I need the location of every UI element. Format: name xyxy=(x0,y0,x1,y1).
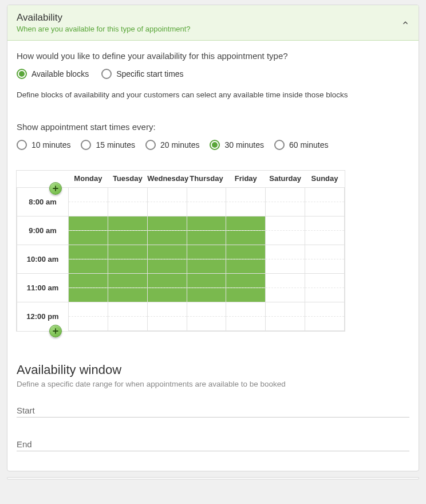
calendar-slot[interactable] xyxy=(305,274,345,288)
calendar-slot[interactable] xyxy=(305,202,345,216)
interval-option[interactable]: 15 minutes xyxy=(81,140,135,150)
calendar-slot[interactable] xyxy=(226,202,266,216)
calendar-slot[interactable] xyxy=(187,274,226,288)
calendar-slot[interactable] xyxy=(187,245,226,259)
calendar-slot[interactable] xyxy=(108,216,147,231)
calendar-slot[interactable] xyxy=(147,245,187,259)
calendar-slot[interactable] xyxy=(187,188,226,202)
calendar-slot[interactable] xyxy=(69,274,108,288)
calendar-slot[interactable] xyxy=(69,259,108,274)
interval-option[interactable]: 10 minutes xyxy=(17,140,70,150)
calendar-slot[interactable] xyxy=(69,216,108,231)
availability-window-subtitle: Define a specific date range for when ap… xyxy=(17,380,409,388)
define-availability-option[interactable]: Specific start times xyxy=(101,69,183,79)
calendar-slot[interactable] xyxy=(305,245,345,259)
calendar-slot[interactable] xyxy=(266,245,305,259)
availability-header[interactable]: Availability When are you available for … xyxy=(7,5,419,41)
calendar-slot[interactable] xyxy=(226,288,266,302)
time-row-label: 10:00 am xyxy=(17,245,69,274)
calendar-slot[interactable] xyxy=(108,317,147,331)
calendar-slot[interactable] xyxy=(108,245,147,259)
end-date-label: End xyxy=(17,439,409,451)
calendar-slot[interactable] xyxy=(305,288,345,302)
interval-option[interactable]: 20 minutes xyxy=(145,140,199,150)
calendar-slot[interactable] xyxy=(226,231,266,245)
end-date-underline xyxy=(17,451,409,451)
radio-label: Specific start times xyxy=(116,69,183,78)
calendar-slot[interactable] xyxy=(147,274,187,288)
calendar-slot[interactable] xyxy=(226,259,266,274)
start-date-field[interactable]: Start xyxy=(17,405,409,418)
calendar: MondayTuesdayWednesdayThursdayFridaySatu… xyxy=(17,171,345,331)
calendar-slot[interactable] xyxy=(147,288,187,302)
panel-subtitle: When are you available for this type of … xyxy=(17,25,191,33)
define-availability-option[interactable]: Available blocks xyxy=(17,69,89,79)
calendar-slot[interactable] xyxy=(266,302,305,317)
calendar-slot[interactable] xyxy=(69,317,108,331)
calendar-slot[interactable] xyxy=(187,259,226,274)
calendar-slot[interactable] xyxy=(305,231,345,245)
calendar-slot[interactable] xyxy=(108,302,147,317)
calendar-slot[interactable] xyxy=(266,216,305,231)
calendar-slot[interactable] xyxy=(266,288,305,302)
add-time-before-button[interactable] xyxy=(49,182,62,195)
calendar-slot[interactable] xyxy=(266,202,305,216)
interval-option[interactable]: 60 minutes xyxy=(274,140,328,150)
availability-card: Availability When are you available for … xyxy=(7,5,419,471)
add-time-after-button[interactable] xyxy=(49,325,62,337)
availability-header-text: Availability When are you available for … xyxy=(17,12,191,33)
calendar-slot[interactable] xyxy=(226,274,266,288)
calendar-slot[interactable] xyxy=(147,231,187,245)
time-row-label: 11:00 am xyxy=(17,274,69,302)
calendar-slot[interactable] xyxy=(69,231,108,245)
calendar-slot[interactable] xyxy=(147,317,187,331)
calendar-slot[interactable] xyxy=(266,188,305,202)
calendar-slot[interactable] xyxy=(266,274,305,288)
calendar-slot[interactable] xyxy=(266,231,305,245)
calendar-slot[interactable] xyxy=(266,259,305,274)
calendar-slot[interactable] xyxy=(147,216,187,231)
calendar-slot[interactable] xyxy=(187,216,226,231)
calendar-slot[interactable] xyxy=(147,202,187,216)
interval-option[interactable]: 30 minutes xyxy=(210,140,263,150)
interval-question: Show appointment start times every: xyxy=(17,122,409,132)
calendar-slot[interactable] xyxy=(305,188,345,202)
calendar-slot[interactable] xyxy=(69,188,108,202)
availability-window-title: Availability window xyxy=(17,363,409,377)
calendar-slot[interactable] xyxy=(108,288,147,302)
radio-label: 20 minutes xyxy=(160,140,199,149)
calendar-slot[interactable] xyxy=(69,245,108,259)
calendar-slot[interactable] xyxy=(187,231,226,245)
define-availability-hint: Define blocks of availability and your c… xyxy=(17,90,409,99)
calendar-slot[interactable] xyxy=(147,302,187,317)
day-column-header: Monday xyxy=(69,171,108,188)
radio-icon xyxy=(17,140,27,150)
calendar-slot[interactable] xyxy=(305,302,345,317)
time-row-label: 9:00 am xyxy=(17,216,69,245)
calendar-slot[interactable] xyxy=(187,202,226,216)
calendar-slot[interactable] xyxy=(226,302,266,317)
calendar-slot[interactable] xyxy=(108,259,147,274)
calendar-slot[interactable] xyxy=(187,288,226,302)
availability-body: How would you like to define your availa… xyxy=(7,41,419,471)
calendar-slot[interactable] xyxy=(108,274,147,288)
calendar-slot[interactable] xyxy=(226,188,266,202)
calendar-slot[interactable] xyxy=(108,202,147,216)
calendar-slot[interactable] xyxy=(108,188,147,202)
calendar-slot[interactable] xyxy=(226,216,266,231)
calendar-slot[interactable] xyxy=(266,317,305,331)
calendar-slot[interactable] xyxy=(305,317,345,331)
calendar-slot[interactable] xyxy=(226,317,266,331)
calendar-slot[interactable] xyxy=(187,317,226,331)
calendar-slot[interactable] xyxy=(69,302,108,317)
calendar-slot[interactable] xyxy=(305,216,345,231)
calendar-slot[interactable] xyxy=(147,188,187,202)
calendar-slot[interactable] xyxy=(187,302,226,317)
end-date-field[interactable]: End xyxy=(17,439,409,451)
calendar-slot[interactable] xyxy=(147,259,187,274)
calendar-slot[interactable] xyxy=(305,259,345,274)
calendar-slot[interactable] xyxy=(69,202,108,216)
calendar-slot[interactable] xyxy=(226,245,266,259)
calendar-slot[interactable] xyxy=(69,288,108,302)
calendar-slot[interactable] xyxy=(108,231,147,245)
